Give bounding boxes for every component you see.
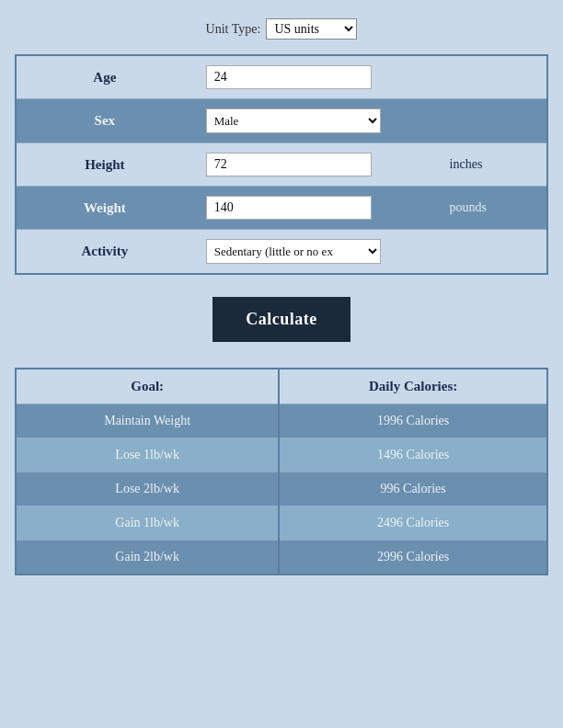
result-row: Gain 1lb/wk2496 Calories [16,506,547,540]
result-goal: Lose 2lb/wk [16,472,279,506]
height-row: Height inches [16,143,547,187]
unit-type-label: Unit Type: [206,22,261,37]
result-calories: 2496 Calories [279,506,547,540]
activity-row: Activity Sedentary (little or no ex Ligh… [16,230,547,275]
result-calories: 996 Calories [279,472,547,506]
calories-header: Daily Calories: [279,369,547,404]
result-calories: 2996 Calories [279,540,547,575]
age-input[interactable] [206,65,372,89]
height-unit: inches [437,143,547,187]
result-goal: Lose 1lb/wk [16,438,279,472]
age-row: Age [16,55,547,99]
activity-select[interactable]: Sedentary (little or no ex Lightly activ… [206,239,381,264]
age-unit [437,55,547,99]
goal-header: Goal: [16,369,279,404]
height-input[interactable] [206,153,372,176]
weight-unit: pounds [437,187,547,230]
weight-input[interactable] [206,196,372,220]
result-row: Lose 1lb/wk1496 Calories [16,438,547,472]
sex-select[interactable]: Male Female [206,108,381,133]
age-label: Age [16,55,193,99]
sex-input-cell: Male Female [193,99,437,143]
results-header-row: Goal: Daily Calories: [16,369,547,404]
result-calories: 1496 Calories [279,438,547,472]
sex-unit [437,99,547,143]
age-input-cell [193,55,437,99]
sex-label: Sex [16,99,193,143]
weight-label: Weight [16,187,193,230]
form-table: Age Sex Male Female Height inches Weight… [15,54,548,275]
sex-row: Sex Male Female [16,99,547,143]
result-row: Lose 2lb/wk996 Calories [16,472,547,506]
activity-label: Activity [16,230,193,275]
result-goal: Maintain Weight [16,404,279,438]
result-goal: Gain 1lb/wk [16,506,279,540]
results-table: Goal: Daily Calories: Maintain Weight199… [15,368,548,575]
activity-input-cell: Sedentary (little or no ex Lightly activ… [193,230,437,275]
unit-type-row: Unit Type: US units Metric units [206,18,358,40]
calculate-button[interactable]: Calculate [213,297,350,342]
weight-input-cell [193,187,437,230]
result-row: Maintain Weight1996 Calories [16,404,547,438]
unit-type-select[interactable]: US units Metric units [266,18,357,40]
result-goal: Gain 2lb/wk [16,540,279,575]
result-calories: 1996 Calories [279,404,547,438]
weight-row: Weight pounds [16,187,547,230]
activity-unit [437,230,547,275]
height-label: Height [16,143,193,187]
result-row: Gain 2lb/wk2996 Calories [16,540,547,575]
height-input-cell [193,143,437,187]
